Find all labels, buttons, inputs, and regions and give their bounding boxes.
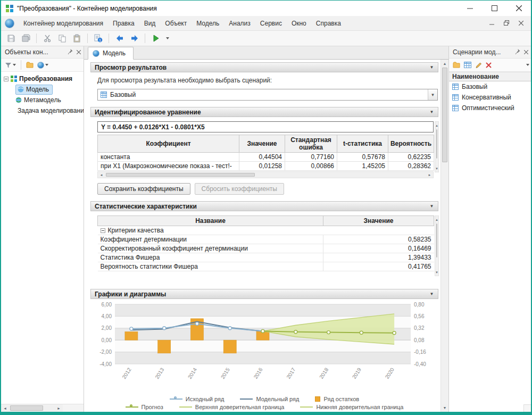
section-results-header[interactable]: Просмотр результатов ▼ bbox=[90, 62, 438, 72]
collapse-section-icon[interactable]: ▼ bbox=[427, 108, 436, 116]
scroll-left-icon[interactable]: ◄ bbox=[1, 404, 9, 412]
collapse-section-icon[interactable]: ▼ bbox=[427, 202, 436, 210]
save-all-button[interactable] bbox=[19, 32, 33, 45]
cut-button[interactable] bbox=[40, 32, 54, 45]
navigate-forward-button[interactable] bbox=[127, 32, 142, 45]
table-row[interactable]: Скорректированный коэффициент детерминац… bbox=[98, 244, 434, 253]
col-header-value[interactable]: Значение bbox=[239, 135, 285, 153]
scenario-item-optimistic[interactable]: Оптимистический bbox=[449, 103, 531, 113]
scroll-up-icon[interactable]: ▲ bbox=[441, 60, 448, 68]
menu-item-window[interactable]: Окно bbox=[287, 17, 311, 30]
scroll-down-icon[interactable]: ▼ bbox=[441, 404, 448, 412]
col-header-name[interactable]: Название bbox=[98, 216, 323, 226]
table-row[interactable]: Вероятность статистики Фишера 0,41765 bbox=[98, 262, 434, 271]
section-statistics-header[interactable]: Статистические характеристики ▼ bbox=[90, 201, 438, 211]
section-equation-header[interactable]: Идентифицированное уравнение ▼ bbox=[90, 107, 438, 117]
close-panel-icon[interactable] bbox=[77, 48, 81, 56]
tree-item-modeling-task[interactable]: Задача моделирования bbox=[1, 105, 84, 116]
main-vertical-scrollbar[interactable]: ▲ ▼ bbox=[440, 60, 448, 412]
table-row[interactable]: при X1 (Макроэкономические показа - тест… bbox=[98, 162, 434, 171]
menu-item-edit[interactable]: Правка bbox=[108, 17, 139, 30]
scrollbar-track[interactable] bbox=[105, 172, 426, 178]
filter-button[interactable] bbox=[3, 59, 18, 71]
scrollbar-thumb[interactable] bbox=[436, 129, 437, 159]
scrollbar-thumb[interactable] bbox=[442, 68, 447, 162]
scenario-combobox[interactable]: Базовый ▼ bbox=[97, 89, 438, 101]
menu-item-analysis[interactable]: Анализ bbox=[224, 17, 255, 30]
run-calculation-button[interactable] bbox=[148, 32, 163, 45]
folder-button[interactable] bbox=[24, 59, 35, 71]
close-panel-icon[interactable] bbox=[524, 48, 528, 56]
menu-item-service[interactable]: Сервис bbox=[255, 17, 287, 30]
tree-item-model[interactable]: Модель bbox=[1, 84, 84, 95]
scroll-down-icon[interactable]: ▼ bbox=[435, 269, 438, 276]
menu-item-container[interactable]: Контейнер моделирования bbox=[19, 17, 108, 30]
combobox-dropdown-button[interactable]: ▼ bbox=[428, 89, 437, 100]
scenario-item-conservative[interactable]: Консервативный bbox=[449, 92, 531, 103]
mdi-restore-button[interactable] bbox=[504, 20, 509, 27]
navigate-back-button[interactable] bbox=[112, 32, 127, 45]
menu-item-object[interactable]: Объект bbox=[160, 17, 192, 30]
window-close-button[interactable] bbox=[506, 1, 531, 16]
scrollbar-thumb[interactable] bbox=[106, 173, 255, 177]
save-button[interactable] bbox=[4, 32, 18, 45]
tree-horizontal-scrollbar[interactable]: ◄ ► bbox=[1, 404, 84, 412]
section-charts-header[interactable]: Графики и диаграммы ▼ bbox=[90, 289, 438, 299]
col-header-stderr[interactable]: Стандартная ошибка bbox=[285, 135, 337, 153]
scrollbar-track[interactable] bbox=[441, 68, 448, 404]
window-minimize-button[interactable] bbox=[458, 1, 482, 16]
app-menu-button[interactable] bbox=[5, 19, 14, 28]
table-row[interactable]: Коэффициент детерминации 0,58235 bbox=[98, 235, 434, 244]
collapse-expander-icon[interactable] bbox=[4, 77, 9, 81]
edit-scenario-button[interactable] bbox=[473, 59, 484, 71]
toolbar-overflow-dropdown[interactable] bbox=[525, 59, 531, 71]
container-properties-button[interactable]: 1 bbox=[91, 32, 105, 45]
collapse-section-icon[interactable]: ▼ bbox=[427, 63, 436, 71]
window-maximize-button[interactable] bbox=[482, 1, 506, 16]
save-coefficients-button[interactable]: Сохранить коэффициенты bbox=[97, 183, 190, 195]
mdi-close-button[interactable] bbox=[519, 20, 523, 27]
resize-grip[interactable] bbox=[523, 404, 531, 412]
tree-item-metamodel[interactable]: Метамодель bbox=[1, 95, 84, 105]
equation-vertical-scrollbar[interactable]: ▲ ▼ bbox=[435, 121, 439, 172]
menu-item-model[interactable]: Модель bbox=[192, 17, 224, 30]
group-row[interactable]: Критерии качества bbox=[98, 226, 434, 235]
scroll-right-icon[interactable]: ► bbox=[55, 404, 63, 412]
new-folder-button[interactable] bbox=[451, 59, 462, 71]
run-options-dropdown[interactable] bbox=[163, 32, 171, 45]
statistics-vertical-scrollbar[interactable]: ▲ ▼ bbox=[435, 215, 439, 276]
new-scenario-button[interactable] bbox=[462, 59, 473, 71]
collapse-section-icon[interactable]: ▼ bbox=[427, 290, 436, 298]
paste-button[interactable] bbox=[70, 32, 84, 45]
col-header-tstat[interactable]: t-статистика bbox=[337, 135, 388, 153]
scrollbar-track[interactable] bbox=[9, 404, 55, 412]
copy-button[interactable] bbox=[55, 32, 69, 45]
pin-icon[interactable] bbox=[515, 48, 520, 56]
col-header-coefficient[interactable]: Коэффициент bbox=[98, 135, 239, 153]
delete-scenario-button[interactable] bbox=[484, 59, 493, 71]
table-row[interactable]: Статистика Фишера 1,39433 bbox=[98, 253, 434, 262]
mdi-minimize-button[interactable] bbox=[489, 20, 494, 27]
pin-icon[interactable] bbox=[68, 48, 73, 56]
col-header-probability[interactable]: Вероятность bbox=[388, 135, 434, 153]
tree-item-preobrazovaniya[interactable]: Преобразования bbox=[1, 73, 84, 84]
table-row[interactable]: константа 0,44504 0,77160 0,57678 0,6223… bbox=[98, 153, 434, 162]
scroll-right-icon[interactable]: ► bbox=[426, 172, 433, 178]
scroll-up-icon[interactable]: ▲ bbox=[435, 216, 438, 223]
scrollbar-thumb[interactable] bbox=[10, 405, 43, 411]
scroll-up-icon[interactable]: ▲ bbox=[435, 122, 438, 129]
scrollbar-thumb[interactable] bbox=[436, 223, 437, 258]
col-header-value[interactable]: Значение bbox=[323, 216, 434, 226]
equation-horizontal-scrollbar[interactable]: ◄ ► bbox=[97, 171, 434, 178]
scrollbar-track[interactable] bbox=[435, 223, 438, 269]
model-filter-button[interactable] bbox=[36, 59, 50, 71]
scroll-down-icon[interactable]: ▼ bbox=[435, 165, 438, 172]
scenarios-column-header[interactable]: Наименование bbox=[449, 72, 531, 81]
menu-item-view[interactable]: Вид bbox=[139, 17, 161, 30]
scroll-left-icon[interactable]: ◄ bbox=[98, 172, 105, 178]
collapse-expander-icon[interactable] bbox=[101, 228, 105, 233]
reset-coefficients-button[interactable]: Сбросить коэффициенты bbox=[195, 183, 284, 195]
menu-item-help[interactable]: Справка bbox=[311, 17, 346, 30]
scrollbar-track[interactable] bbox=[435, 129, 438, 165]
tab-model[interactable]: Модель bbox=[88, 47, 134, 60]
